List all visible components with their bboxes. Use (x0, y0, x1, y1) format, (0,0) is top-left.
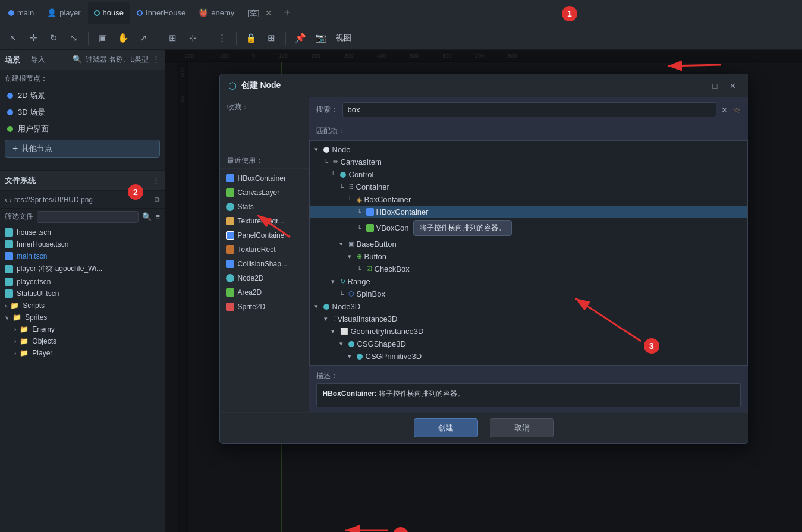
copy-path-icon[interactable]: ⧉ (155, 196, 160, 204)
tree-node-Node[interactable]: ▾ Node (310, 143, 747, 156)
sep4 (236, 32, 237, 45)
tab-player[interactable]: 👤 player (41, 2, 86, 24)
button-arrow: ▾ (348, 253, 355, 260)
folder-enemy-label: Enemy (32, 325, 54, 333)
tree-node-Range[interactable]: ▾ ↻ Range (310, 275, 747, 288)
tree-node-VBoxContainer[interactable]: └ VBoxCon 将子控件横向排列的容器。 (310, 218, 747, 238)
other-nodes-btn[interactable]: + 其他节点 (5, 140, 160, 158)
sep5 (285, 32, 286, 45)
grid-tool[interactable]: ⊞ (164, 30, 181, 46)
snap-tool[interactable]: ↗ (135, 30, 152, 46)
recent-area2d[interactable]: Area2D (220, 285, 309, 300)
path-fwd-btn[interactable]: › (10, 196, 12, 204)
select-tool[interactable]: ▣ (95, 30, 111, 46)
path-back-btn[interactable]: ‹ (5, 196, 7, 204)
modal-minimize-btn[interactable]: − (691, 79, 704, 92)
modal-close-btn[interactable]: ✕ (726, 79, 740, 92)
file-house-tscn[interactable]: house.tscn (0, 226, 165, 238)
pan-tool[interactable]: ✋ (115, 30, 131, 46)
modal-title-icon: ⬡ (228, 80, 237, 92)
recent-node2d[interactable]: Node2D (220, 271, 309, 285)
tree-node-Node3D[interactable]: ▾ Node3D (310, 300, 747, 313)
grid2-tool[interactable]: ⊞ (263, 30, 279, 46)
tab-main[interactable]: main (2, 2, 40, 24)
search-clear-btn[interactable]: ✕ (721, 105, 728, 115)
tab-main-label: main (17, 8, 34, 17)
tree-node-VisualInstance3D[interactable]: ▾ ⁚ VisualInstance3D (310, 313, 747, 325)
more-scene-icon[interactable]: ⋮ (152, 55, 160, 65)
tree-node-GeometryInstance3D[interactable]: ▾ ⬜ GeometryInstance3D (310, 325, 747, 338)
file-panel: 文件系统 ⋮ ‹ › res://Sprites/UI/HUD.png ⧉ 筛选… (0, 170, 165, 532)
node-label: Node (332, 145, 351, 154)
rotate-tool[interactable]: ↻ (45, 30, 62, 46)
lock-tool[interactable]: 🔒 (243, 30, 259, 46)
recent-canvaslayer[interactable]: CanvasLayer (220, 185, 309, 200)
modal-maximize-btn[interactable]: □ (709, 79, 722, 92)
tree-node-Button[interactable]: ▾ ⊕ Button (310, 250, 747, 263)
filter-search-icon[interactable]: 🔍 (142, 212, 152, 221)
new-tab-button[interactable]: + (279, 7, 295, 19)
folder-sprites[interactable]: ∨ 📁 Sprites (0, 311, 165, 323)
recent-collision-icon (226, 260, 234, 268)
scene-panel-header: 场景 导入 🔍 过滤器:名称、t:类型 ⋮ (0, 50, 165, 70)
node-tree[interactable]: ▾ Node └ ✏ CanvasItem (309, 140, 748, 366)
tree-node-CSGShape3D[interactable]: ▾ CSGShape3D (310, 338, 747, 350)
scene-item-2d[interactable]: 2D 场景 (0, 87, 165, 104)
file-filter-input[interactable] (37, 211, 139, 223)
tree-node-CanvasItem[interactable]: └ ✏ CanvasItem (310, 156, 747, 168)
tab-empty-close[interactable]: ✕ (265, 8, 272, 18)
recent-canvas-icon (226, 188, 234, 197)
file-icon-house (5, 228, 13, 237)
cursor-tool[interactable]: ↖ (5, 30, 21, 46)
tree-node-CSGPrimitive3D[interactable]: ▾ CSGPrimitive3D (310, 350, 747, 363)
more-file-icon[interactable]: ⋮ (152, 176, 160, 185)
tree-node-SpinBox[interactable]: └ ⬡ SpinBox (310, 288, 747, 300)
move-tool[interactable]: ✛ (25, 30, 42, 46)
tree-node-BoxContainer[interactable]: └ ◈ BoxContainer (310, 193, 747, 206)
boxcontainer-arrow: └ (348, 196, 355, 203)
scene-item-3d[interactable]: 3D 场景 (0, 104, 165, 121)
recent-hboxcontainer[interactable]: HBoxContainer (220, 171, 309, 185)
tab-empty[interactable]: [空] ✕ (241, 2, 278, 24)
player-icon: 👤 (47, 8, 56, 17)
folder-objects[interactable]: › 📁 Objects (10, 335, 165, 347)
tab-innerhouse[interactable]: InnerHouse (131, 2, 191, 24)
tab-house[interactable]: house (88, 2, 130, 24)
recent-area2d-label: Area2D (238, 288, 262, 297)
recent-texturerect[interactable]: TextureRect (220, 243, 309, 257)
filter-options-icon[interactable]: ≡ (155, 212, 160, 221)
folder-scripts[interactable]: › 📁 Scripts (0, 300, 165, 311)
create-button[interactable]: 创建 (414, 418, 478, 437)
search-star-btn[interactable]: ☆ (733, 105, 741, 115)
tree-node-Container[interactable]: └ ⠿ Container (310, 181, 747, 193)
file-player-tscn[interactable]: player.tscn (0, 276, 165, 288)
recent-stats[interactable]: Stats (220, 200, 309, 214)
tree-node-CheckBox[interactable]: └ ☑ CheckBox (310, 263, 747, 275)
tree-node-Control[interactable]: └ Control (310, 168, 747, 181)
tree-node-BaseButton[interactable]: ▾ ▣ BaseButton (310, 238, 747, 250)
cancel-button[interactable]: 取消 (490, 418, 554, 437)
tab-enemy[interactable]: 👹 enemy (193, 2, 240, 24)
checkbox-icon: ☑ (366, 265, 372, 273)
file-statusui-tscn[interactable]: StatusUI.tscn (0, 288, 165, 300)
tree-node-HBoxContainer[interactable]: └ HBoxContainer (310, 206, 747, 218)
recent-hbox-label: HBoxContainer (238, 174, 286, 182)
scene-item-ui[interactable]: 用户界面 (0, 121, 165, 137)
file-innerhouse-tscn[interactable]: InnerHouse.tscn (0, 238, 165, 250)
divider1 (0, 166, 165, 166)
recent-sprite2d[interactable]: Sprite2D (220, 300, 309, 314)
recent-panelcontainer[interactable]: PanelContainer (220, 228, 309, 243)
folder-enemy[interactable]: › 📁 Enemy (10, 323, 165, 335)
camera-tool[interactable]: 📷 (312, 30, 329, 46)
recent-textureprogr[interactable]: TextureProgr... (220, 214, 309, 228)
scale-tool[interactable]: ⤡ (65, 30, 82, 46)
folder-player[interactable]: › 📁 Player (10, 347, 165, 359)
file-main-tscn[interactable]: main.tscn (0, 250, 165, 262)
search-input[interactable] (342, 102, 716, 117)
file-player-conflict[interactable]: player-冲突-agoodlife_Wi... (0, 262, 165, 276)
more-tool[interactable]: ⋮ (213, 30, 230, 46)
recent-collisionshap[interactable]: CollisionShap... (220, 257, 309, 271)
spinbox-arrow: └ (339, 291, 347, 298)
anchor-tool[interactable]: ⊹ (184, 30, 201, 46)
pin-tool[interactable]: 📌 (292, 30, 309, 46)
